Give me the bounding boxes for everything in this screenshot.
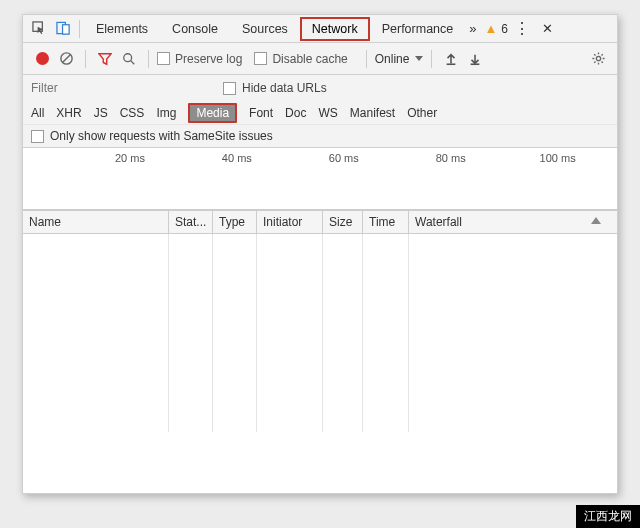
search-icon[interactable] [118, 52, 140, 66]
svg-point-9 [596, 56, 600, 60]
disable-cache-label: Disable cache [272, 52, 347, 66]
devtools-menu-icon[interactable]: ⋮ [508, 21, 536, 37]
type-manifest[interactable]: Manifest [350, 106, 395, 120]
sort-ascending-icon [591, 217, 601, 224]
col-time[interactable]: Time [363, 211, 409, 233]
svg-line-6 [131, 60, 135, 64]
requests-table-header: Name Stat... Type Initiator Size Time Wa… [23, 210, 617, 234]
network-toolbar: Preserve log Disable cache Online [23, 43, 617, 75]
type-font[interactable]: Font [249, 106, 273, 120]
col-name[interactable]: Name [23, 211, 169, 233]
samesite-label: Only show requests with SameSite issues [50, 129, 273, 143]
dropdown-icon [415, 56, 423, 61]
warning-count: 6 [501, 22, 508, 36]
upload-har-icon[interactable] [440, 52, 462, 66]
tab-network[interactable]: Network [300, 17, 370, 41]
tab-performance[interactable]: Performance [370, 15, 466, 43]
checkbox-icon [157, 52, 170, 65]
hide-data-urls-checkbox[interactable]: Hide data URLs [223, 81, 327, 95]
col-status[interactable]: Stat... [169, 211, 213, 233]
warnings-badge[interactable]: ▲ 6 [484, 22, 508, 36]
type-ws[interactable]: WS [318, 106, 337, 120]
timeline-tick: 100 ms [540, 152, 576, 164]
hide-data-urls-label: Hide data URLs [242, 81, 327, 95]
type-css[interactable]: CSS [120, 106, 145, 120]
devtools-window: Elements Console Sources Network Perform… [22, 14, 618, 494]
disable-cache-checkbox[interactable]: Disable cache [254, 52, 347, 66]
timeline-tick: 80 ms [436, 152, 466, 164]
timeline-tick: 60 ms [329, 152, 359, 164]
separator [79, 20, 80, 38]
svg-rect-2 [62, 25, 69, 34]
checkbox-icon [223, 82, 236, 95]
preserve-log-label: Preserve log [175, 52, 242, 66]
clear-button[interactable] [55, 51, 77, 66]
filter-toggle-icon[interactable] [94, 52, 116, 66]
filter-row: Hide data URLs [23, 75, 617, 101]
separator [366, 50, 367, 68]
separator [148, 50, 149, 68]
watermark: 江西龙网 [576, 505, 640, 528]
settings-gear-icon[interactable] [587, 51, 609, 66]
checkbox-icon [31, 130, 44, 143]
tab-elements[interactable]: Elements [84, 15, 160, 43]
separator [85, 50, 86, 68]
separator [431, 50, 432, 68]
type-doc[interactable]: Doc [285, 106, 306, 120]
col-size[interactable]: Size [323, 211, 363, 233]
tab-sources[interactable]: Sources [230, 15, 300, 43]
type-media[interactable]: Media [188, 103, 237, 123]
type-all[interactable]: All [31, 106, 44, 120]
overview-timeline[interactable]: 20 ms 40 ms 60 ms 80 ms 100 ms [23, 148, 617, 210]
resource-type-filters: All XHR JS CSS Img Media Font Doc WS Man… [23, 101, 617, 125]
devtools-tabstrip: Elements Console Sources Network Perform… [23, 15, 617, 43]
type-other[interactable]: Other [407, 106, 437, 120]
preserve-log-checkbox[interactable]: Preserve log [157, 52, 242, 66]
samesite-checkbox[interactable]: Only show requests with SameSite issues [23, 125, 617, 148]
warning-icon: ▲ [484, 22, 497, 35]
col-initiator[interactable]: Initiator [257, 211, 323, 233]
download-har-icon[interactable] [464, 52, 486, 66]
timeline-tick: 20 ms [115, 152, 145, 164]
col-waterfall[interactable]: Waterfall [409, 211, 617, 233]
tab-console[interactable]: Console [160, 15, 230, 43]
throttling-select[interactable]: Online [375, 52, 424, 66]
col-waterfall-label: Waterfall [415, 215, 462, 229]
requests-table-body [23, 234, 617, 432]
device-toolbar-icon[interactable] [51, 21, 75, 36]
type-img[interactable]: Img [156, 106, 176, 120]
type-xhr[interactable]: XHR [56, 106, 81, 120]
checkbox-icon [254, 52, 267, 65]
close-devtools-icon[interactable]: ✕ [536, 21, 559, 36]
inspect-element-icon[interactable] [27, 21, 51, 36]
more-tabs-chevron-icon[interactable]: » [465, 21, 480, 36]
timeline-tick: 40 ms [222, 152, 252, 164]
throttling-value: Online [375, 52, 410, 66]
record-button[interactable] [31, 52, 53, 65]
filter-input[interactable] [29, 80, 209, 96]
type-js[interactable]: JS [94, 106, 108, 120]
col-type[interactable]: Type [213, 211, 257, 233]
svg-point-5 [124, 53, 132, 61]
svg-line-4 [62, 55, 70, 63]
